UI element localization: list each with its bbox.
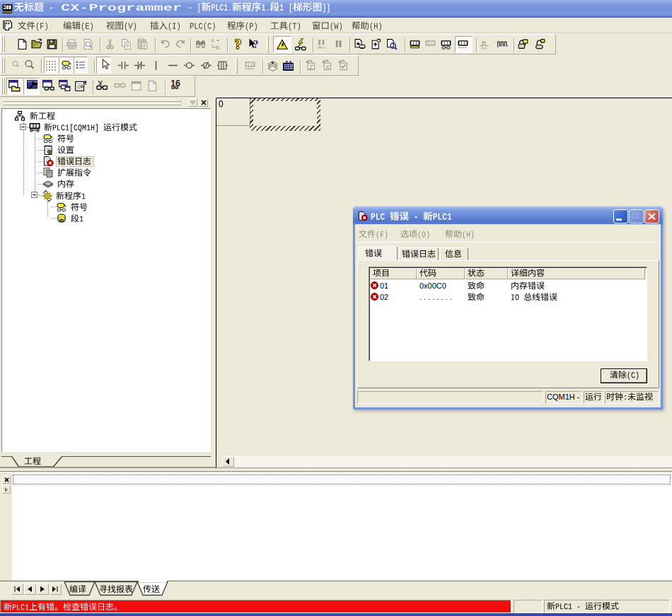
svg-text:ron: ron [481, 46, 487, 50]
svg-text:Z: Z [309, 64, 313, 71]
svg-text:A: A [211, 38, 214, 44]
svg-text:B: B [216, 45, 220, 50]
svg-text:X: X [325, 64, 330, 71]
svg-text:?: ? [235, 38, 242, 50]
